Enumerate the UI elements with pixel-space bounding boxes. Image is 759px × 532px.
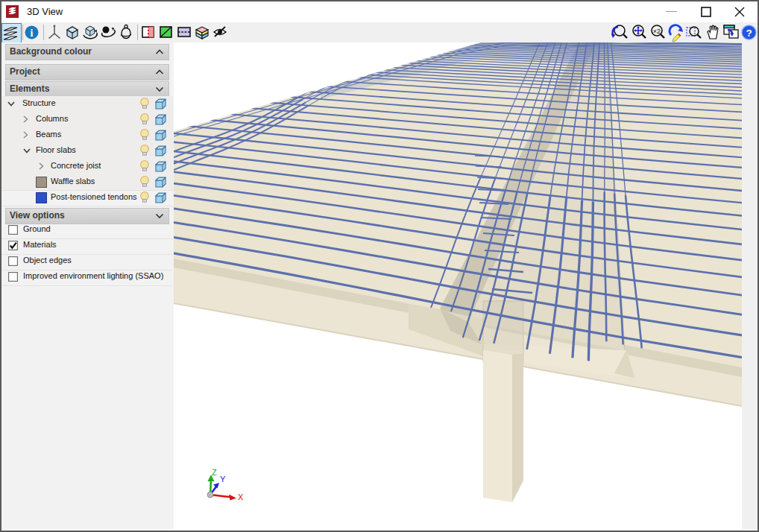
svg-text:Z: Z (212, 468, 217, 477)
svg-text:×2: ×2 (653, 28, 661, 35)
svg-text:?: ? (746, 28, 752, 39)
svg-text:i: i (31, 28, 34, 39)
svg-text:X: X (238, 493, 244, 501)
svg-text:Y: Y (220, 475, 226, 484)
